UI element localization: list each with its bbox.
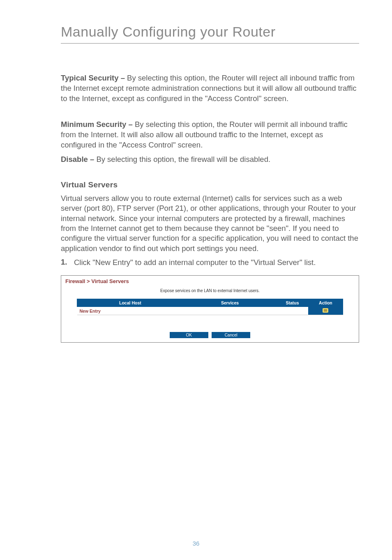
cancel-button[interactable]: Cancel	[212, 332, 250, 338]
ok-button[interactable]: OK	[170, 332, 208, 338]
virtual-servers-heading: Virtual Servers	[61, 180, 359, 189]
screenshot-subtitle: Expose services on the LAN to external I…	[65, 288, 355, 293]
virtual-servers-body: Virtual servers allow you to route exter…	[61, 194, 359, 253]
services-cell	[183, 307, 276, 315]
breadcrumb[interactable]: Firewall > Virtual Servers	[65, 278, 355, 284]
virtual-servers-table: Local Host Services Status Action New En…	[77, 299, 343, 315]
disable-paragraph: Disable – By selecting this option, the …	[61, 154, 359, 165]
col-status: Status	[277, 299, 309, 307]
page-number: 36	[0, 540, 392, 547]
step-item: 1. Click "New Entry" to add an internal …	[61, 258, 359, 268]
table-row: New Entry	[77, 307, 343, 315]
status-cell	[277, 307, 309, 315]
typical-security-label: Typical Security –	[61, 74, 127, 82]
minimum-security-label: Minimum Security –	[61, 120, 135, 129]
page-title: Manually Configuring your Router	[61, 24, 359, 44]
table-header-row: Local Host Services Status Action	[77, 299, 343, 307]
router-screenshot: Firewall > Virtual Servers Expose servic…	[61, 275, 359, 343]
col-services: Services	[183, 299, 276, 307]
step-number: 1.	[61, 258, 74, 268]
disable-text: By selecting this option, the firewall w…	[96, 155, 270, 164]
button-row: OK Cancel	[65, 331, 355, 338]
edit-icon[interactable]	[323, 308, 328, 313]
typical-security-paragraph: Typical Security – By selecting this opt…	[61, 73, 359, 104]
disable-label: Disable –	[61, 155, 96, 164]
new-entry-link[interactable]: New Entry	[77, 307, 184, 315]
action-cell	[308, 307, 343, 315]
minimum-security-paragraph: Minimum Security – By selecting this opt…	[61, 120, 359, 150]
step-text: Click "New Entry" to add an internal com…	[74, 258, 316, 268]
col-action: Action	[308, 299, 343, 307]
col-local-host: Local Host	[77, 299, 184, 307]
